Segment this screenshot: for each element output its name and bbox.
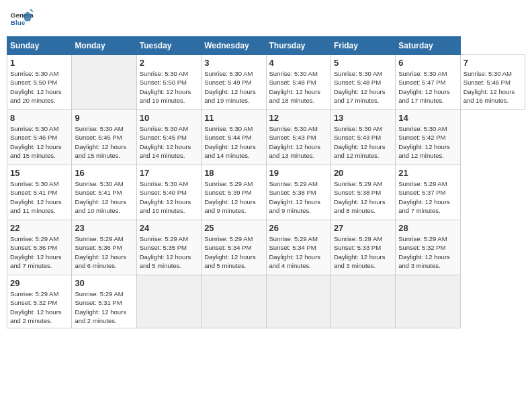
day-info: Sunrise: 5:29 AMSunset: 5:38 PMDaylight:…: [269, 179, 328, 215]
day-info: Sunrise: 5:29 AMSunset: 5:36 PMDaylight:…: [75, 234, 133, 270]
calendar-cell: [136, 275, 201, 328]
day-number: 29: [10, 278, 69, 288]
calendar-cell: [202, 275, 266, 328]
calendar-cell: 8Sunrise: 5:30 AMSunset: 5:46 PMDaylight…: [7, 110, 72, 165]
calendar-cell: 21Sunrise: 5:29 AMSunset: 5:37 PMDayligh…: [396, 165, 460, 220]
calendar-cell: 24Sunrise: 5:29 AMSunset: 5:35 PMDayligh…: [136, 220, 201, 275]
day-info: Sunrise: 5:29 AMSunset: 5:34 PMDaylight:…: [204, 234, 263, 270]
day-number: 18: [204, 168, 263, 178]
day-number: 6: [398, 58, 457, 68]
day-info: Sunrise: 5:30 AMSunset: 5:48 PMDaylight:…: [334, 69, 392, 105]
calendar-header-row: SundayMondayTuesdayWednesdayThursdayFrid…: [7, 37, 525, 55]
calendar-cell: 9Sunrise: 5:30 AMSunset: 5:45 PMDaylight…: [72, 110, 136, 165]
day-info: Sunrise: 5:29 AMSunset: 5:32 PMDaylight:…: [398, 234, 457, 270]
day-number: 16: [75, 168, 133, 178]
day-info: Sunrise: 5:30 AMSunset: 5:45 PMDaylight:…: [140, 124, 198, 160]
page-header: General Blue: [7, 7, 525, 31]
header-friday: Friday: [330, 37, 395, 55]
day-info: Sunrise: 5:30 AMSunset: 5:43 PMDaylight:…: [334, 124, 392, 160]
calendar-cell: 15Sunrise: 5:30 AMSunset: 5:41 PMDayligh…: [7, 165, 72, 220]
calendar-cell: 29Sunrise: 5:29 AMSunset: 5:32 PMDayligh…: [7, 275, 72, 328]
day-number: 23: [75, 223, 133, 233]
day-info: Sunrise: 5:29 AMSunset: 5:32 PMDaylight:…: [10, 289, 69, 325]
calendar-cell: 28Sunrise: 5:29 AMSunset: 5:32 PMDayligh…: [396, 220, 460, 275]
day-info: Sunrise: 5:29 AMSunset: 5:35 PMDaylight:…: [140, 234, 198, 270]
calendar-table: SundayMondayTuesdayWednesdayThursdayFrid…: [7, 36, 525, 328]
day-info: Sunrise: 5:30 AMSunset: 5:46 PMDaylight:…: [10, 124, 69, 160]
calendar-cell: 20Sunrise: 5:29 AMSunset: 5:38 PMDayligh…: [330, 165, 395, 220]
day-number: 9: [75, 113, 133, 123]
calendar-cell: 17Sunrise: 5:30 AMSunset: 5:40 PMDayligh…: [136, 165, 201, 220]
calendar-cell: 7Sunrise: 5:30 AMSunset: 5:46 PMDaylight…: [460, 55, 525, 110]
day-number: 20: [334, 168, 392, 178]
calendar-cell: 5Sunrise: 5:30 AMSunset: 5:48 PMDaylight…: [330, 55, 395, 110]
calendar-cell: 12Sunrise: 5:30 AMSunset: 5:43 PMDayligh…: [266, 110, 330, 165]
day-info: Sunrise: 5:30 AMSunset: 5:47 PMDaylight:…: [398, 69, 457, 105]
day-info: Sunrise: 5:29 AMSunset: 5:31 PMDaylight:…: [75, 289, 133, 325]
day-number: 8: [10, 113, 69, 123]
day-info: Sunrise: 5:29 AMSunset: 5:38 PMDaylight:…: [334, 179, 392, 215]
calendar-cell: 25Sunrise: 5:29 AMSunset: 5:34 PMDayligh…: [202, 220, 266, 275]
header-saturday: Saturday: [396, 37, 460, 55]
day-number: 21: [398, 168, 457, 178]
calendar-cell: 18Sunrise: 5:29 AMSunset: 5:39 PMDayligh…: [202, 165, 266, 220]
day-info: Sunrise: 5:29 AMSunset: 5:34 PMDaylight:…: [269, 234, 328, 270]
header-thursday: Thursday: [266, 37, 330, 55]
calendar-cell: 13Sunrise: 5:30 AMSunset: 5:43 PMDayligh…: [330, 110, 395, 165]
calendar-cell: 3Sunrise: 5:30 AMSunset: 5:49 PMDaylight…: [202, 55, 266, 110]
day-number: 3: [204, 58, 263, 68]
day-info: Sunrise: 5:30 AMSunset: 5:43 PMDaylight:…: [269, 124, 328, 160]
calendar-cell: [396, 275, 460, 328]
calendar-cell: 6Sunrise: 5:30 AMSunset: 5:47 PMDaylight…: [396, 55, 460, 110]
day-number: 27: [334, 223, 392, 233]
day-number: 10: [140, 113, 198, 123]
day-info: Sunrise: 5:30 AMSunset: 5:40 PMDaylight:…: [140, 179, 198, 215]
calendar-cell: 16Sunrise: 5:30 AMSunset: 5:41 PMDayligh…: [72, 165, 136, 220]
calendar-cell: [72, 55, 136, 110]
header-sunday: Sunday: [7, 37, 72, 55]
calendar-cell: 11Sunrise: 5:30 AMSunset: 5:44 PMDayligh…: [202, 110, 266, 165]
day-info: Sunrise: 5:29 AMSunset: 5:37 PMDaylight:…: [398, 179, 457, 215]
calendar-cell: 14Sunrise: 5:30 AMSunset: 5:42 PMDayligh…: [396, 110, 460, 165]
day-info: Sunrise: 5:30 AMSunset: 5:42 PMDaylight:…: [398, 124, 457, 160]
svg-text:Blue: Blue: [11, 19, 26, 26]
logo: General Blue: [9, 7, 34, 31]
day-info: Sunrise: 5:30 AMSunset: 5:45 PMDaylight:…: [75, 124, 133, 160]
day-number: 17: [140, 168, 198, 178]
day-number: 4: [269, 58, 328, 68]
day-number: 30: [75, 278, 133, 288]
calendar-cell: 30Sunrise: 5:29 AMSunset: 5:31 PMDayligh…: [72, 275, 136, 328]
header-monday: Monday: [72, 37, 136, 55]
calendar-cell: 2Sunrise: 5:30 AMSunset: 5:50 PMDaylight…: [136, 55, 201, 110]
calendar-cell: 10Sunrise: 5:30 AMSunset: 5:45 PMDayligh…: [136, 110, 201, 165]
day-info: Sunrise: 5:30 AMSunset: 5:50 PMDaylight:…: [140, 69, 198, 105]
day-number: 19: [269, 168, 328, 178]
day-info: Sunrise: 5:30 AMSunset: 5:50 PMDaylight:…: [10, 69, 69, 105]
calendar-cell: 22Sunrise: 5:29 AMSunset: 5:36 PMDayligh…: [7, 220, 72, 275]
day-info: Sunrise: 5:30 AMSunset: 5:44 PMDaylight:…: [204, 124, 263, 160]
day-info: Sunrise: 5:30 AMSunset: 5:46 PMDaylight:…: [463, 69, 522, 105]
day-info: Sunrise: 5:30 AMSunset: 5:48 PMDaylight:…: [269, 69, 328, 105]
day-number: 2: [140, 58, 198, 68]
calendar-cell: [266, 275, 330, 328]
day-number: 25: [204, 223, 263, 233]
day-number: 13: [334, 113, 392, 123]
header-tuesday: Tuesday: [136, 37, 201, 55]
day-number: 24: [140, 223, 198, 233]
day-number: 5: [334, 58, 392, 68]
day-number: 26: [269, 223, 328, 233]
calendar-cell: [330, 275, 395, 328]
logo-icon: General Blue: [9, 7, 34, 31]
day-info: Sunrise: 5:30 AMSunset: 5:41 PMDaylight:…: [10, 179, 69, 215]
calendar-cell: 19Sunrise: 5:29 AMSunset: 5:38 PMDayligh…: [266, 165, 330, 220]
day-info: Sunrise: 5:29 AMSunset: 5:39 PMDaylight:…: [204, 179, 263, 215]
day-number: 28: [398, 223, 457, 233]
header-wednesday: Wednesday: [202, 37, 266, 55]
day-info: Sunrise: 5:29 AMSunset: 5:33 PMDaylight:…: [334, 234, 392, 270]
calendar-cell: 26Sunrise: 5:29 AMSunset: 5:34 PMDayligh…: [266, 220, 330, 275]
day-info: Sunrise: 5:30 AMSunset: 5:49 PMDaylight:…: [204, 69, 263, 105]
calendar-cell: 27Sunrise: 5:29 AMSunset: 5:33 PMDayligh…: [330, 220, 395, 275]
day-number: 1: [10, 58, 69, 68]
day-number: 7: [463, 58, 522, 68]
day-number: 22: [10, 223, 69, 233]
